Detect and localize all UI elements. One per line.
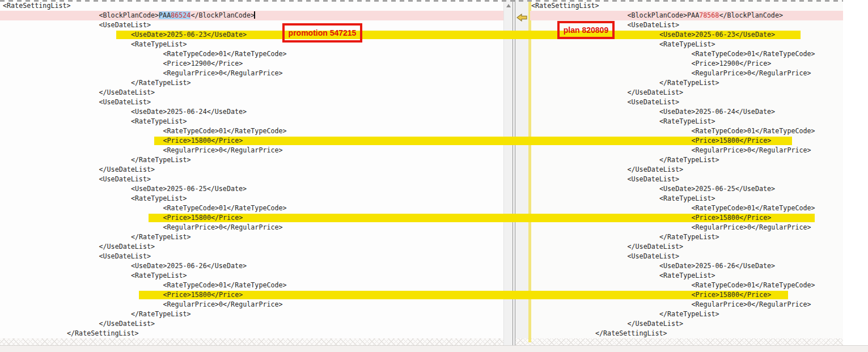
- annotation-box-promotion: promotion 547215: [282, 23, 362, 43]
- code-line[interactable]: <RateTypeCode>01</RateTypeCode>: [530, 203, 843, 213]
- annotation-plan-label: plan 820809: [564, 26, 608, 35]
- code-line[interactable]: <RegularPrice>0</RegularPrice>: [530, 300, 843, 309]
- code-line[interactable]: </RateTypeList>: [0, 78, 503, 88]
- code-line[interactable]: </RateTypeList>: [530, 232, 843, 242]
- scroll-up-icon[interactable]: [506, 4, 511, 7]
- code-line[interactable]: <RateTypeCode>01</RateTypeCode>: [0, 203, 503, 213]
- code-line[interactable]: <RateTypeCode>01</RateTypeCode>: [0, 49, 503, 59]
- code-line[interactable]: <UseDate>2025-06-25</UseDate>: [530, 184, 843, 194]
- code-line[interactable]: <RateTypeList>: [0, 271, 503, 281]
- code-line[interactable]: <Price>12900</Price>: [0, 59, 503, 69]
- code-line[interactable]: <RateTypeList>: [0, 117, 503, 126]
- code-line[interactable]: <RateTypeList>: [530, 194, 843, 203]
- code-line[interactable]: <UseDateList>: [530, 97, 843, 107]
- code-line[interactable]: <RateTypeList>: [0, 40, 503, 49]
- code-line[interactable]: <UseDateList>: [530, 252, 843, 261]
- annotation-promotion-label: promotion 547215: [289, 28, 357, 37]
- code-line[interactable]: <Price>15800</Price>: [530, 136, 843, 146]
- right-code-pane[interactable]: <RateSettingList><BlockPlanCode>PAA78568…: [530, 0, 843, 338]
- code-line[interactable]: </UseDateList>: [0, 242, 503, 252]
- window-bottom-strip: [0, 345, 868, 352]
- code-text: PAA: [159, 11, 171, 19]
- code-line[interactable]: <RegularPrice>0</RegularPrice>: [530, 223, 843, 232]
- code-line[interactable]: <RateTypeList>: [0, 194, 503, 203]
- code-line[interactable]: <UseDateList>: [0, 175, 503, 184]
- code-line[interactable]: <RateSettingList>: [0, 1, 503, 11]
- code-line[interactable]: <Price>15800</Price>: [530, 213, 843, 223]
- code-line[interactable]: <UseDate>2025-06-24</UseDate>: [0, 107, 503, 117]
- code-text: <BlockPlanCode>: [628, 11, 688, 19]
- code-line[interactable]: <UseDateList>: [530, 175, 843, 184]
- code-line[interactable]: <Price>15800</Price>: [530, 290, 843, 300]
- code-line[interactable]: </UseDateList>: [0, 88, 503, 97]
- code-line[interactable]: <UseDate>2025-06-26</UseDate>: [0, 261, 503, 271]
- eof-filler-right: [515, 338, 843, 345]
- code-line[interactable]: <RegularPrice>0</RegularPrice>: [0, 69, 503, 78]
- code-line[interactable]: <Price>15800</Price>: [0, 136, 503, 146]
- code-line[interactable]: </UseDateList>: [530, 319, 843, 329]
- code-line[interactable]: <RateTypeCode>01</RateTypeCode>: [530, 281, 843, 290]
- code-text: PAA: [687, 11, 699, 19]
- diff-text: 86524: [171, 11, 190, 19]
- code-line[interactable]: </RateTypeList>: [530, 78, 843, 88]
- code-line-blockplancode[interactable]: <BlockPlanCode>PAA86524</BlockPlanCode>: [0, 11, 503, 20]
- diff-text: 78568: [699, 11, 719, 19]
- left-code-pane[interactable]: <RateSettingList><BlockPlanCode>PAA86524…: [0, 0, 503, 338]
- code-line[interactable]: <RateTypeList>: [530, 40, 843, 49]
- code-line[interactable]: <RateSettingList>: [530, 1, 843, 11]
- annotation-box-plan: plan 820809: [557, 21, 615, 39]
- eof-filler-left: [0, 338, 503, 345]
- code-line[interactable]: </RateTypeList>: [530, 309, 843, 319]
- code-line[interactable]: </RateTypeList>: [0, 232, 503, 242]
- code-line[interactable]: <UseDate>2025-06-24</UseDate>: [530, 107, 843, 117]
- code-line[interactable]: <RateTypeCode>01</RateTypeCode>: [0, 281, 503, 290]
- code-line[interactable]: <UseDate>2025-06-23</UseDate>: [0, 30, 503, 40]
- code-line[interactable]: </RateSettingList>: [0, 329, 503, 338]
- code-line[interactable]: <UseDateList>: [0, 20, 503, 30]
- code-text: </BlockPlanCode>: [190, 11, 255, 19]
- code-line[interactable]: </UseDateList>: [0, 165, 503, 175]
- code-line[interactable]: <RateTypeCode>01</RateTypeCode>: [530, 126, 843, 136]
- code-line[interactable]: <RateTypeCode>01</RateTypeCode>: [0, 126, 503, 136]
- code-line[interactable]: <UseDateList>: [0, 97, 503, 107]
- code-line[interactable]: </RateTypeList>: [0, 309, 503, 319]
- xml-diff-window: <RateSettingList><BlockPlanCode>PAA86524…: [0, 0, 868, 352]
- code-text: </BlockPlanCode>: [719, 11, 783, 19]
- code-line[interactable]: <UseDate>2025-06-25</UseDate>: [0, 184, 503, 194]
- code-text: <BlockPlanCode>: [99, 11, 159, 19]
- code-line[interactable]: </RateTypeList>: [0, 155, 503, 165]
- code-line[interactable]: <RegularPrice>0</RegularPrice>: [0, 300, 503, 309]
- code-line[interactable]: </UseDateList>: [530, 88, 843, 97]
- code-line[interactable]: </UseDateList>: [530, 242, 843, 252]
- code-line[interactable]: <RateTypeList>: [530, 271, 843, 281]
- current-diff-arrow-icon: [516, 14, 527, 22]
- code-line[interactable]: </UseDateList>: [530, 165, 843, 175]
- code-line[interactable]: </UseDateList>: [0, 319, 503, 329]
- code-line[interactable]: <RegularPrice>0</RegularPrice>: [0, 223, 503, 232]
- code-line[interactable]: <Price>15800</Price>: [0, 213, 503, 223]
- code-line[interactable]: <UseDate>2025-06-26</UseDate>: [530, 261, 843, 271]
- selection-dashed-border: [0, 0, 843, 2]
- code-line-blockplancode[interactable]: <BlockPlanCode>PAA78568</BlockPlanCode>: [530, 11, 843, 20]
- code-line[interactable]: <Price>12900</Price>: [530, 59, 843, 69]
- text-caret: [254, 11, 255, 19]
- code-line[interactable]: <RegularPrice>0</RegularPrice>: [530, 69, 843, 78]
- code-line[interactable]: </RateTypeList>: [530, 155, 843, 165]
- code-line[interactable]: <RegularPrice>0</RegularPrice>: [530, 146, 843, 155]
- code-line[interactable]: <RateTypeCode>01</RateTypeCode>: [530, 49, 843, 59]
- code-line[interactable]: <RegularPrice>0</RegularPrice>: [0, 146, 503, 155]
- code-line[interactable]: <UseDateList>: [0, 252, 503, 261]
- code-line[interactable]: <Price>15800</Price>: [0, 290, 503, 300]
- code-line[interactable]: </RateSettingList>: [530, 329, 843, 338]
- code-line[interactable]: <RateTypeList>: [530, 117, 843, 126]
